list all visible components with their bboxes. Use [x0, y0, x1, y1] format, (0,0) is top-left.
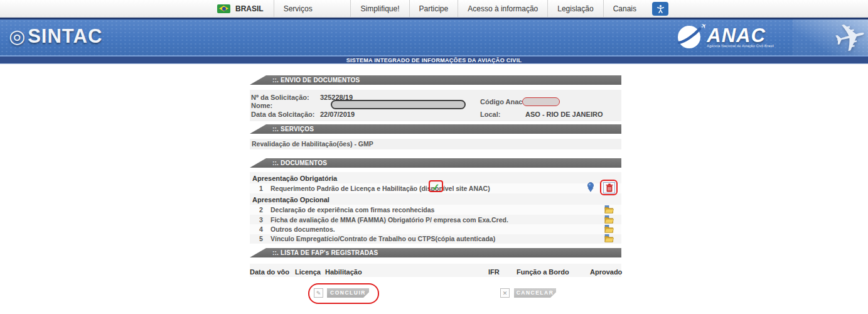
brazil-flag-icon: [217, 4, 230, 13]
document-1-uploaded-check-icon: ✓: [432, 181, 440, 193]
system-title: SISTEMA INTEGRADO DE INFORMAÇÕES DA AVIA…: [346, 57, 522, 63]
section-servicos: ::. SERVIÇOS: [250, 124, 621, 134]
document-5-attach-button[interactable]: [604, 234, 614, 245]
gov-menu-acesso-informacao[interactable]: Acesso à informação: [458, 0, 547, 17]
optional-header: Apresentação Opcional: [252, 196, 330, 203]
nome-value-redacted: [331, 100, 466, 109]
document-title: Declaração de experiência com firmas rec…: [271, 206, 434, 214]
sintac-target-icon: ◎: [9, 27, 25, 46]
col-data-do-voo: Data do vôo: [250, 268, 289, 276]
folder-icon: [604, 205, 614, 214]
folder-icon: [604, 215, 614, 224]
anac-logo-text: ANAC: [707, 26, 774, 45]
cancelar-x-icon: ✕: [500, 288, 510, 298]
gov-top-bar: BRASIL Serviços Simplifique! Participe A…: [0, 0, 868, 18]
gov-menu-canais[interactable]: Canais: [603, 0, 646, 17]
document-number: 5: [259, 235, 263, 242]
sintac-page: BRASIL Serviços Simplifique! Participe A…: [0, 0, 868, 314]
system-title-bar: SISTEMA INTEGRADO DE INFORMAÇÕES DA AVIA…: [0, 55, 868, 64]
document-number: 1: [259, 185, 263, 192]
section-lista-fap: ::. LISTA DE FAP's REGISTRADAS: [250, 248, 621, 257]
data-solicitacao-value: 22/07/2019: [320, 111, 355, 118]
document-title: Ficha de avaliação de MMA (FAMMA) Obriga…: [271, 216, 508, 224]
col-funcao-a-bordo: Função a Bordo: [517, 268, 569, 276]
anac-swoosh-icon: ✈: [677, 24, 702, 50]
solicitacao-label: Nº da Solicitação:: [251, 94, 309, 101]
accessibility-button[interactable]: [652, 2, 668, 16]
gov-menu-participe[interactable]: Participe: [409, 0, 458, 17]
document-row-5: 5 Vínculo Empregatício/Contrato de Traba…: [250, 234, 621, 244]
col-habilitacao: Habilitação: [325, 268, 362, 276]
codigo-anac-value-redacted: [522, 97, 560, 106]
document-title: Vínculo Empregatício/Contrato de Trabalh…: [271, 235, 495, 242]
accessibility-hands-icon: [656, 4, 665, 14]
data-solicitacao-label: Data da Solcitação:: [251, 111, 314, 118]
anac-tagline: Agência Nacional de Aviação Civil-Brasil: [707, 44, 774, 48]
gov-menu-simplifique[interactable]: Simplifique!: [350, 0, 409, 17]
cancelar-button[interactable]: CANCELAR: [514, 288, 556, 298]
local-value: ASO - RIO DE JANEIRO: [525, 111, 603, 118]
document-number: 3: [259, 216, 263, 224]
document-row-3: 3 Ficha de avaliação de MMA (FAMMA) Obri…: [250, 215, 621, 225]
section-documentos: ::. DOCUMENTOS: [250, 158, 621, 168]
document-title: Requerimento Padrão de Licença e Habilit…: [271, 185, 490, 192]
local-label: Local:: [480, 111, 500, 118]
document-1-download-icon[interactable]: [586, 182, 595, 195]
document-row-4: 4 Outros documentos.: [250, 224, 621, 234]
anac-logo: ✈ ANAC Agência Nacional de Aviação Civil…: [677, 24, 774, 50]
sintac-logo[interactable]: ◎ SINTAC: [9, 25, 102, 48]
gov-menu-servicos[interactable]: Serviços: [274, 0, 322, 17]
document-number: 2: [259, 206, 263, 214]
folder-icon: [604, 225, 614, 233]
gov-spacer: [322, 0, 351, 17]
main-banner: ✈ ◎ SINTAC ✈ ANAC Agência Nacional de Av…: [0, 18, 868, 55]
sintac-logo-text: SINTAC: [28, 25, 102, 48]
codigo-anac-label: Código Anac:: [480, 98, 525, 106]
document-1-delete-button[interactable]: [603, 182, 615, 193]
col-licenca: Licença: [295, 268, 321, 276]
concluir-button[interactable]: CONCLUIR: [327, 288, 369, 298]
nome-label: Nome:: [251, 102, 272, 109]
folder-icon: [604, 234, 614, 242]
document-row-2: 2 Declaração de experiência com firmas r…: [250, 205, 621, 215]
gov-brand-label: BRASIL: [235, 4, 264, 13]
mandatory-header: Apresentação Obrigatória: [252, 175, 337, 182]
concluir-pencil-icon: ✎: [314, 288, 323, 298]
col-aprovado: Aprovado: [590, 268, 622, 276]
airplane-photo: ✈: [793, 19, 868, 57]
section-envio-documentos: ::. ENVIO DE DOCUMENTOS: [250, 75, 621, 85]
document-title: Outros documentos.: [271, 225, 335, 233]
servico-item: Revalidação de Habilitação(ões) - GMP: [250, 139, 621, 149]
gov-brand[interactable]: BRASIL: [213, 0, 274, 17]
col-ifr: IFR: [488, 268, 500, 276]
trash-icon: [606, 183, 613, 192]
gov-right-menu: Simplifique! Participe Acesso à informaç…: [350, 0, 668, 17]
gov-menu-legislacao[interactable]: Legislação: [547, 0, 603, 17]
document-number: 4: [259, 225, 263, 233]
